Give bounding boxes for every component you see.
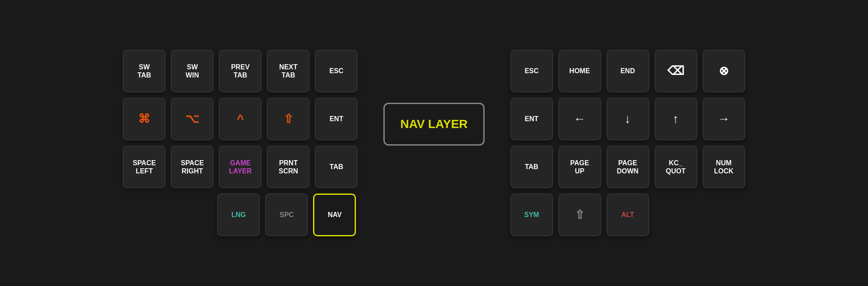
key-home[interactable]: HOME [558,50,601,92]
key-ent-left[interactable]: ENT [315,98,358,140]
key-sym[interactable]: SYM [510,194,553,236]
keyboard-container: SWTAB SWWIN PREVTAB NEXTTAB ESC ⌘ ⌥ ^ ⇧ … [105,33,762,253]
right-row-4: SYM ⇧ ALT [510,194,745,236]
key-cmd[interactable]: ⌘ [123,98,166,140]
key-tab-right[interactable]: TAB [510,146,553,188]
right-row-1: ESC HOME END ⌫ ⊗ [510,50,745,92]
key-space-left[interactable]: SPACELEFT [123,146,166,188]
key-end[interactable]: END [606,50,649,92]
nav-layer-label: NAV LAYER [383,103,484,146]
key-lng[interactable]: LNG [217,194,260,236]
key-arrow-left[interactable]: ← [558,98,601,140]
key-tab-left[interactable]: TAB [315,146,358,188]
key-num-lock[interactable]: NUMLOCK [702,146,745,188]
right-half: ESC HOME END ⌫ ⊗ ENT ← ↓ ↑ → TAB PAGEUP … [510,50,745,236]
right-row-2: ENT ← ↓ ↑ → [510,98,745,140]
key-prnt-scrn[interactable]: PRNTSCRN [267,146,310,188]
key-esc-right[interactable]: ESC [510,50,553,92]
key-arrow-up[interactable]: ↑ [654,98,697,140]
key-sw-win[interactable]: SWWIN [171,50,214,92]
key-alt-left[interactable]: ⌥ [171,98,214,140]
left-row-1: SWTAB SWWIN PREVTAB NEXTTAB ESC [123,50,358,92]
key-shift-left[interactable]: ⇧ [267,98,310,140]
key-shift-right[interactable]: ⇧ [558,194,601,236]
key-spc[interactable]: SPC [265,194,308,236]
left-row-2: ⌘ ⌥ ^ ⇧ ENT [123,98,358,140]
key-ctrl-left[interactable]: ^ [219,98,262,140]
key-delete[interactable]: ⊗ [702,50,745,92]
left-row-4: LNG SPC NAV [217,194,358,236]
center-area: NAV LAYER [383,50,484,146]
key-nav[interactable]: NAV [313,194,356,236]
key-arrow-down[interactable]: ↓ [606,98,649,140]
key-page-down[interactable]: PAGEDOWN [606,146,649,188]
key-arrow-right[interactable]: → [702,98,745,140]
key-space-right[interactable]: SPACERIGHT [171,146,214,188]
key-sw-tab[interactable]: SWTAB [123,50,166,92]
left-half: SWTAB SWWIN PREVTAB NEXTTAB ESC ⌘ ⌥ ^ ⇧ … [123,50,358,236]
key-game-layer[interactable]: GAMELAYER [219,146,262,188]
key-kc-quot[interactable]: KC_QUOT [654,146,697,188]
left-row-3: SPACELEFT SPACERIGHT GAMELAYER PRNTSCRN … [123,146,358,188]
right-row-3: TAB PAGEUP PAGEDOWN KC_QUOT NUMLOCK [510,146,745,188]
key-backspace[interactable]: ⌫ [654,50,697,92]
key-next-tab[interactable]: NEXTTAB [267,50,310,92]
key-esc-left[interactable]: ESC [315,50,358,92]
key-ent-right[interactable]: ENT [510,98,553,140]
key-prev-tab[interactable]: PREVTAB [219,50,262,92]
key-alt-right[interactable]: ALT [606,194,649,236]
key-page-up[interactable]: PAGEUP [558,146,601,188]
